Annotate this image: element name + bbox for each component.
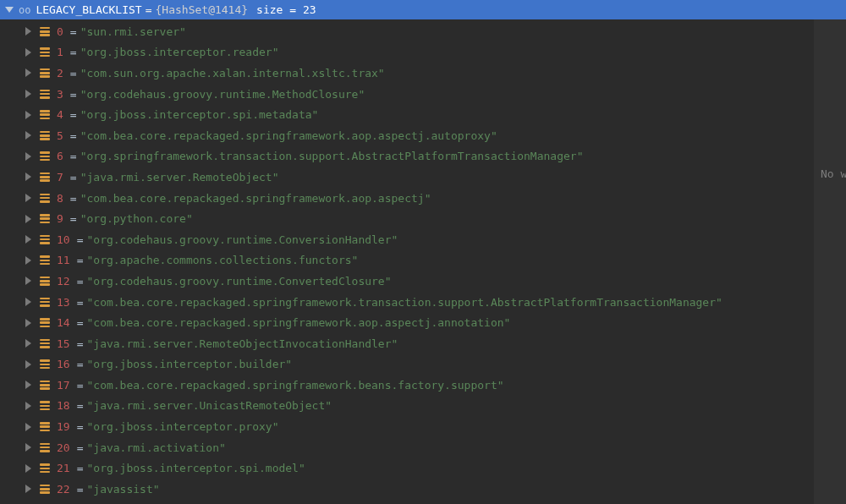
item-value: "java.rmi.server.UnicastRemoteObject" (86, 399, 332, 412)
array-element-icon (40, 463, 50, 473)
expand-arrow-icon[interactable] (25, 68, 31, 77)
item-value: "org.jboss.interceptor.spi.metadata" (80, 108, 319, 121)
equals-sign: = (146, 3, 152, 16)
item-value: "com.bea.core.repackaged.springframework… (86, 296, 722, 309)
array-element-icon (40, 422, 50, 431)
list-item[interactable]: 9="org.python.core" (0, 208, 846, 229)
list-item[interactable]: 3="org.codehaus.groovy.runtime.MethodClo… (0, 84, 846, 105)
list-item[interactable]: 17="com.bea.core.repackaged.springframew… (0, 375, 846, 396)
object-reference: {HashSet@1414} (156, 3, 249, 16)
expand-arrow-icon[interactable] (25, 48, 31, 57)
list-item[interactable]: 4="org.jboss.interceptor.spi.metadata" (0, 104, 846, 125)
item-value: "com.sun.org.apache.xalan.internal.xsltc… (80, 67, 385, 79)
list-item[interactable]: 7="java.rmi.server.RemoteObject" (0, 167, 846, 188)
expand-arrow-icon[interactable] (25, 339, 31, 348)
expand-arrow-icon[interactable] (25, 152, 31, 161)
item-value: "org.jboss.interceptor.proxy" (86, 420, 278, 433)
equals-sign: = (77, 254, 84, 266)
expand-arrow-icon[interactable] (25, 131, 31, 140)
list-item[interactable]: 16="org.jboss.interceptor.builder" (0, 354, 846, 375)
item-value: "javassist" (86, 483, 159, 496)
expand-arrow-icon[interactable] (25, 173, 31, 181)
array-element-icon (40, 381, 50, 390)
expand-arrow-icon[interactable] (25, 194, 31, 202)
expand-arrow-icon[interactable] (25, 402, 31, 410)
list-item[interactable]: 8="com.bea.core.repackaged.springframewo… (0, 188, 846, 209)
item-index: 8 (57, 192, 63, 205)
array-element-icon (40, 401, 50, 410)
array-element-icon (40, 485, 50, 494)
list-item[interactable]: 20="java.rmi.activation" (0, 437, 846, 458)
equals-sign: = (77, 462, 84, 474)
array-element-icon (40, 298, 50, 307)
list-item[interactable]: 6="org.springframework.transaction.suppo… (0, 146, 846, 167)
item-index: 15 (57, 337, 70, 350)
list-item[interactable]: 11="org.apache.commons.collections.funct… (0, 250, 846, 271)
expand-arrow-icon[interactable] (25, 256, 31, 265)
equals-sign: = (77, 379, 84, 392)
list-item[interactable]: 18="java.rmi.server.UnicastRemoteObject" (0, 396, 846, 417)
item-index: 17 (57, 379, 70, 392)
list-item[interactable]: 22="javassist" (0, 479, 846, 500)
item-value: "org.springframework.transaction.support… (80, 150, 584, 162)
list-item[interactable]: 2="com.sun.org.apache.xalan.internal.xsl… (0, 63, 846, 84)
equals-sign: = (77, 483, 84, 496)
equals-sign: = (70, 150, 77, 162)
expand-arrow-icon[interactable] (25, 423, 31, 431)
item-index: 1 (57, 46, 63, 58)
array-element-icon (40, 339, 50, 348)
array-element-icon (40, 173, 50, 182)
expand-arrow-icon[interactable] (25, 235, 31, 244)
expand-arrow-icon[interactable] (25, 277, 31, 285)
expand-arrow-icon[interactable] (25, 443, 31, 452)
array-element-icon (40, 68, 50, 78)
equals-sign: = (70, 88, 77, 101)
equals-sign: = (70, 192, 77, 205)
item-index: 12 (57, 275, 70, 288)
equals-sign: = (77, 358, 84, 370)
list-item[interactable]: 10="org.codehaus.groovy.runtime.Conversi… (0, 229, 846, 250)
list-item[interactable]: 14="com.bea.core.repackaged.springframew… (0, 312, 846, 333)
expand-arrow-icon[interactable] (25, 298, 31, 306)
array-element-icon (40, 47, 50, 57)
item-index: 16 (57, 358, 70, 370)
expand-arrow-icon[interactable] (25, 27, 31, 36)
equals-sign: = (77, 337, 84, 350)
side-panel-text: No w (821, 167, 846, 180)
item-value: "java.rmi.server.RemoteObject" (80, 171, 279, 184)
array-element-icon (40, 27, 50, 36)
item-value: "org.codehaus.groovy.runtime.MethodClosu… (80, 88, 365, 101)
expand-arrow-icon[interactable] (25, 90, 31, 98)
expand-arrow-icon[interactable] (25, 381, 31, 389)
item-index: 0 (57, 25, 63, 38)
list-item[interactable]: 21="org.jboss.interceptor.spi.model" (0, 457, 846, 479)
equals-sign: = (77, 296, 84, 309)
expand-arrow-icon[interactable] (25, 111, 31, 119)
expand-arrow-icon[interactable] (25, 485, 31, 493)
item-index: 9 (57, 212, 63, 225)
expand-arrow-icon[interactable] (25, 360, 31, 369)
equals-sign: = (70, 212, 77, 225)
list-item[interactable]: 13="com.bea.core.repackaged.springframew… (0, 292, 846, 313)
expand-arrow-icon[interactable] (25, 319, 31, 327)
item-value: "org.jboss.interceptor.builder" (86, 358, 292, 370)
expand-arrow-icon[interactable] (25, 464, 31, 473)
collapse-arrow-icon[interactable] (5, 7, 14, 13)
list-item[interactable]: 5="com.bea.core.repackaged.springframewo… (0, 125, 846, 146)
list-item[interactable]: 19="org.jboss.interceptor.proxy" (0, 416, 846, 437)
equals-sign: = (77, 441, 84, 454)
list-item[interactable]: 0="sun.rmi.server" (0, 21, 846, 42)
list-item[interactable]: 1="org.jboss.interceptor.reader" (0, 42, 846, 63)
item-index: 3 (57, 88, 63, 101)
item-index: 6 (57, 150, 63, 162)
item-value: "com.bea.core.repackaged.springframework… (80, 192, 431, 205)
list-item[interactable]: 12="org.codehaus.groovy.runtime.Converte… (0, 271, 846, 292)
array-element-icon (40, 90, 50, 99)
item-value: "org.codehaus.groovy.runtime.ConversionH… (86, 233, 398, 246)
item-index: 5 (57, 129, 63, 142)
item-value: "com.bea.core.repackaged.springframework… (86, 379, 503, 392)
expand-arrow-icon[interactable] (25, 215, 31, 223)
item-value: "org.codehaus.groovy.runtime.ConvertedCl… (86, 275, 391, 288)
variable-header-row[interactable]: oo LEGACY_BLACKLIST = {HashSet@1414} siz… (0, 0, 846, 19)
list-item[interactable]: 15="java.rmi.server.RemoteObjectInvocati… (0, 333, 846, 354)
